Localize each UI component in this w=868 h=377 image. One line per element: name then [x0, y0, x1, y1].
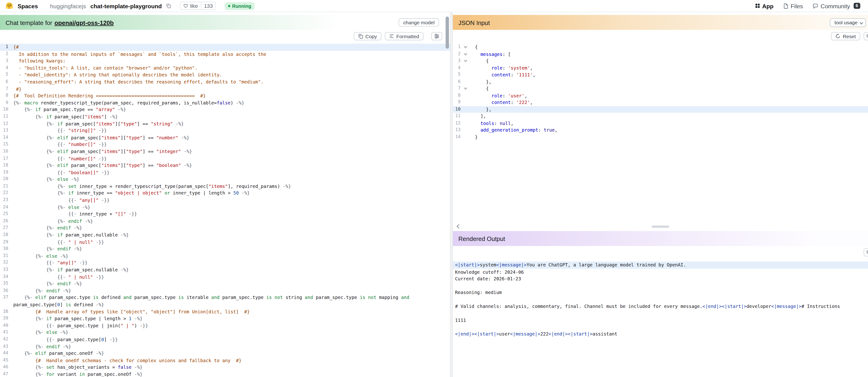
line-number: 6 [0, 78, 11, 85]
breadcrumb-space-name[interactable]: chat-template-playground [90, 3, 162, 9]
template-code-line: 4 - "builtin_tools": A list, can contain… [0, 65, 450, 72]
line-number: 44 [0, 350, 11, 357]
fold-chevron-icon[interactable] [462, 44, 469, 50]
line-number: 21 [0, 183, 11, 190]
template-code-line: 7 #} [0, 85, 450, 93]
output-toolbar [453, 246, 868, 258]
json-panel-title: JSON Input [458, 19, 490, 26]
like-button[interactable]: like [181, 2, 200, 9]
line-number: 36 [0, 287, 11, 295]
template-code-line: 44 {%- elif param_spec.oneOf -%} [0, 350, 450, 357]
copy-template-button[interactable]: Copy [354, 32, 381, 40]
scrollbar-thumb[interactable] [445, 16, 449, 48]
tab-community[interactable]: Community 6 [813, 3, 861, 9]
fold-gutter [462, 127, 469, 133]
json-code-line: 12 tools: null, [453, 120, 868, 127]
output-split-handle[interactable] [453, 221, 868, 231]
reset-icon [836, 34, 841, 39]
template-code-line: 32 {{- "any[]" -}} [0, 260, 450, 267]
output-line [453, 296, 868, 303]
json-code-line: 6 }, [453, 78, 868, 85]
output-line: # Valid channels: analysis, commentary, … [453, 303, 868, 310]
breadcrumb-org-link[interactable]: huggingfacejs [50, 3, 86, 9]
copy-json-button[interactable] [864, 32, 868, 40]
line-number: 3 [453, 58, 462, 64]
json-code-line: 11 ], [453, 113, 868, 119]
fold-gutter [462, 92, 469, 99]
huggingface-logo-icon[interactable]: 🤗 [5, 3, 13, 9]
line-number: 14 [0, 134, 11, 141]
heart-icon [183, 3, 188, 8]
copy-output-button[interactable] [864, 248, 868, 256]
json-code-line: 13 add_generation_prompt: true, [453, 127, 868, 133]
template-code-line: 25 {{- inner_type + "[]" -}} [0, 211, 450, 218]
output-line: Knowledge cutoff: 2024-06 [453, 268, 868, 275]
template-scrollbar[interactable] [445, 15, 450, 375]
template-code-line: 31 {%- else -%} [0, 252, 450, 260]
panel-split-handle[interactable] [450, 12, 453, 377]
formatted-toggle-button[interactable]: Formatted [385, 32, 423, 40]
copy-icon [866, 34, 868, 39]
split-grip[interactable] [652, 226, 669, 228]
line-number: 10 [453, 106, 462, 113]
line-number: 37 [0, 294, 11, 308]
line-number: 28 [0, 232, 11, 239]
preset-select[interactable]: tool usage [830, 18, 866, 27]
json-code-editor[interactable]: 1{2 messages: [3 {4 role: 'system',5 con… [453, 44, 868, 140]
template-code-line: 26 {%- endif -%} [0, 218, 450, 225]
template-code-line: 13 {{- "string[]" -}} [0, 127, 450, 134]
copy-space-name-icon[interactable] [166, 3, 171, 8]
chat-bubble-icon [813, 3, 818, 8]
fold-chevron-icon[interactable] [462, 51, 469, 58]
line-number: 5 [453, 71, 462, 78]
template-code-line: 35 {%- endif -%} [0, 280, 450, 287]
fold-chevron-icon[interactable] [462, 58, 469, 64]
collapse-panel-button[interactable] [454, 222, 462, 230]
template-code-line: 45 {# Handle oneOf schemas - check for c… [0, 357, 450, 364]
fold-gutter [462, 99, 469, 106]
output-text[interactable]: <|start|>system<|message|>You are ChatGP… [453, 262, 868, 337]
output-line: Current date: 2026-01-23 [453, 275, 868, 282]
tab-files[interactable]: Files [783, 3, 803, 9]
template-code-line: 43 {%- endif -%} [0, 343, 450, 350]
template-code-editor[interactable]: 1{#2 In addition to the normal inputs of… [0, 44, 450, 377]
line-number: 45 [0, 357, 11, 364]
line-number: 35 [0, 280, 11, 287]
line-number: 11 [453, 113, 462, 119]
template-code-line: 8{# Tool Definition Rendering ==========… [0, 93, 450, 100]
line-number: 42 [0, 336, 11, 343]
line-number: 4 [453, 64, 462, 71]
line-number: 6 [453, 78, 462, 85]
template-code-line: 19 {{- "boolean[]" -}} [0, 169, 450, 176]
reset-button[interactable]: Reset [831, 32, 860, 40]
line-number: 1 [453, 44, 462, 50]
line-number: 33 [0, 266, 11, 274]
line-number: 40 [0, 322, 11, 329]
json-code-line: 10 }, [453, 106, 868, 113]
json-code-line: 3 { [453, 58, 868, 64]
template-code-line: 36 {%- endif -%} [0, 287, 450, 295]
like-count[interactable]: 133 [200, 2, 215, 9]
tab-app[interactable]: App [755, 3, 773, 9]
fold-chevron-icon[interactable] [462, 85, 469, 92]
template-code-line: 18 {%- elif param_spec["items"]["type"] … [0, 162, 450, 169]
line-number: 31 [0, 252, 11, 260]
spaces-brand-link[interactable]: Spaces [18, 3, 38, 9]
template-code-line: 6 - "reasoning_effort": A string that de… [0, 78, 450, 85]
output-line [453, 324, 868, 331]
change-model-button[interactable]: change model [399, 18, 439, 26]
line-number: 12 [0, 120, 11, 127]
fold-gutter [462, 64, 469, 71]
template-code-line: 34 {{- " | null" -}} [0, 274, 450, 281]
editor-settings-button[interactable] [431, 32, 442, 40]
line-number: 2 [0, 51, 11, 58]
fold-gutter [462, 71, 469, 78]
template-code-line: 33 {%- if param_spec.nullable -%} [0, 266, 450, 274]
json-code-line: 4 role: 'system', [453, 64, 868, 71]
json-input-panel: JSON Input tool usage Reset 1{2 messages… [453, 12, 868, 221]
line-number: 19 [0, 169, 11, 176]
model-link[interactable]: openai/gpt-oss-120b [55, 19, 114, 26]
line-number: 15 [0, 141, 11, 148]
line-number: 7 [453, 85, 462, 92]
line-number: 39 [0, 315, 11, 322]
